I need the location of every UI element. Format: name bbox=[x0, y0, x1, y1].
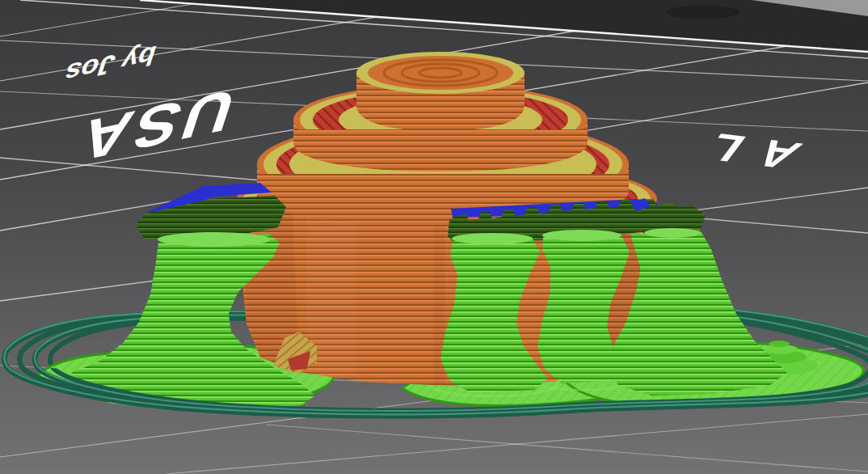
slicer-3d-viewport[interactable]: USA by Jos AL bbox=[0, 0, 868, 474]
support-top-center-2 bbox=[542, 230, 622, 241]
gcode-preview-scene[interactable]: USA by Jos AL bbox=[0, 0, 868, 474]
support-top-right bbox=[644, 228, 701, 238]
support-top-left bbox=[158, 232, 271, 247]
tier1-top bbox=[356, 52, 525, 94]
support-top-center-1 bbox=[452, 233, 533, 244]
plate-logo-cutout bbox=[667, 6, 739, 19]
